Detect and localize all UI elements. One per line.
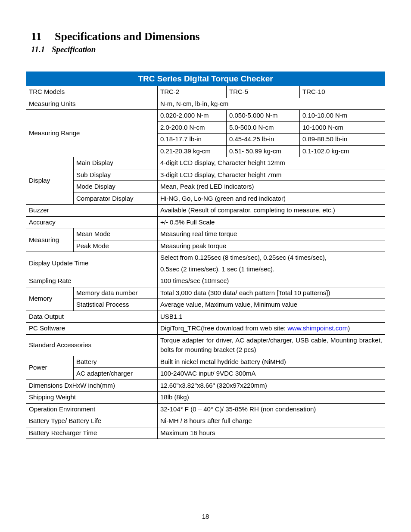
table-row: Sampling Rate 100 times/sec (10msec) (26, 275, 385, 287)
table-row: Accuracy +/- 0.5% Full Scale (26, 216, 385, 228)
table-row: Display Main Display 4-digit LCD display… (26, 157, 385, 169)
subsection-heading: 11.1Specification (26, 45, 385, 54)
table-row: TRC Models TRC-2 TRC-5 TRC-10 (26, 86, 385, 98)
table-title-row: TRC Series Digital Torque Checker (26, 72, 385, 86)
row-label: Power (26, 356, 74, 380)
table-row: Measuring Range 0.020-2.000 N-m 0.050-5.… (26, 110, 385, 122)
table-row: Mode Display Mean, Peak (red LED indicat… (26, 181, 385, 193)
row-label: Buzzer (26, 205, 158, 217)
row-label: TRC Models (26, 86, 158, 98)
row-label: Battery Recharger Time (26, 427, 158, 439)
table-row: Operation Environment 32-104° F (0 – 40°… (26, 403, 385, 415)
row-label: Sampling Rate (26, 275, 158, 287)
row-label: Accuracy (26, 216, 158, 228)
row-label: PC Software (26, 323, 158, 335)
table-row: Sub Display 3-digit LCD display, Charact… (26, 169, 385, 181)
row-label: Dimensions DxHxW inch(mm) (26, 380, 158, 392)
table-row: Peak Mode Measuring peak torque (26, 240, 385, 252)
table-row: Shipping Weight 18lb (8kg) (26, 392, 385, 404)
row-label: Display (26, 157, 74, 205)
table-row: Battery Recharger Time Maximum 16 hours (26, 427, 385, 439)
row-label: Standard Accessories (26, 334, 158, 356)
row-label: Measuring Range (26, 110, 158, 157)
row-label: Measuring Units (26, 98, 158, 110)
row-label: Battery Type/ Battery Life (26, 415, 158, 427)
table-row: Memory Memory data number Total 3,000 da… (26, 287, 385, 299)
table-row: Display Update Time Select from 0.125sec… (26, 252, 385, 264)
row-label: Display Update Time (26, 252, 158, 275)
table-row: Battery Type/ Battery Life Ni-MH / 8 hou… (26, 415, 385, 427)
table-row: PC Software DigiTorq_TRC(free download f… (26, 323, 385, 335)
row-label: Memory (26, 287, 74, 311)
table-row: Statistical Process Average value, Maxim… (26, 299, 385, 311)
table-row: Data Output USB1.1 (26, 311, 385, 323)
table-title: TRC Series Digital Torque Checker (26, 72, 385, 86)
row-label: Shipping Weight (26, 392, 158, 404)
spec-table: TRC Series Digital Torque Checker TRC Mo… (26, 72, 385, 439)
row-label: Data Output (26, 311, 158, 323)
table-row: Dimensions DxHxW inch(mm) 12.60"x3.82"x8… (26, 380, 385, 392)
table-row: Buzzer Available (Result of comparator, … (26, 205, 385, 217)
row-label: Operation Environment (26, 403, 158, 415)
table-row: Comparator Display Hi-NG, Go, Lo-NG (gre… (26, 193, 385, 205)
table-row: Power Battery Built in nickel metal hydr… (26, 356, 385, 368)
row-label: Measuring (26, 228, 74, 252)
table-row: Standard Accessories Torque adapter for … (26, 334, 385, 356)
table-row: Measuring Units N-m, N-cm, lb-in, kg-cm (26, 98, 385, 110)
table-row: AC adapter/charger 100-240VAC input/ 9VD… (26, 368, 385, 380)
pc-software-link[interactable]: www.shimpoinst.com (287, 324, 348, 332)
table-row: Measuring Mean Mode Measuring real time … (26, 228, 385, 240)
section-heading: 11Specifications and Dimensions (26, 30, 385, 43)
